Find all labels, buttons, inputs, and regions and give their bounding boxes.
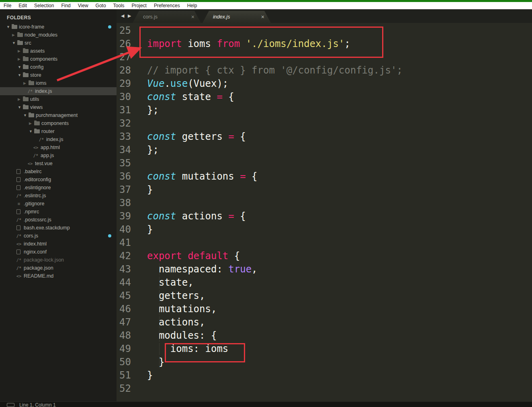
tab-index-js[interactable]: index.js× (203, 11, 271, 23)
code-text: } (147, 183, 153, 196)
line-number: 33 (117, 130, 147, 143)
menu-item-view[interactable]: View (74, 2, 92, 9)
chevron-down-icon[interactable]: ▼ (6, 25, 12, 29)
tab-bar: ◀ ▶ cors.js×index.js× (117, 9, 532, 23)
sidebar-item-cors-js[interactable]: /*cors.js (0, 232, 117, 240)
code-line[interactable]: 38 (117, 196, 532, 210)
chevron-right-icon[interactable]: ▶ (18, 49, 23, 53)
chevron-down-icon[interactable]: ▼ (18, 65, 23, 69)
code-line[interactable]: 46 mutations, (117, 303, 532, 316)
folder-icon (29, 113, 34, 117)
sidebar-item--babelrc[interactable]: .babelrc (0, 168, 117, 176)
code-line[interactable]: 31}; (117, 104, 532, 117)
code-token: . (164, 78, 170, 89)
folder-icon (23, 105, 29, 109)
code-text: getters, (147, 289, 205, 303)
sidebar-item-test-vue[interactable]: <>test.vue (0, 160, 117, 168)
code-token: } (147, 370, 153, 381)
code-line[interactable]: 29Vue.use(Vuex); (117, 77, 532, 90)
sidebar-item-package-lock-json[interactable]: /*package-lock.json (0, 256, 117, 264)
sidebar-item-router[interactable]: ▼router (0, 127, 117, 135)
code-line[interactable]: 43 namespaced: true, (117, 263, 532, 276)
tab-cors-js[interactable]: cors.js× (133, 11, 201, 23)
sidebar-item-views[interactable]: ▼views (0, 103, 117, 111)
sidebar-item--npmrc[interactable]: .npmrc (0, 208, 117, 216)
sidebar-item-nginx-conf[interactable]: nginx.conf (0, 248, 117, 256)
chevron-down-icon[interactable]: ▼ (18, 73, 23, 77)
sidebar-item--eslintignore[interactable]: .eslintignore (0, 184, 117, 192)
sidebar-item--eslintrc-js[interactable]: /*.eslintrc.js (0, 192, 117, 200)
chevron-right-icon[interactable]: ▶ (18, 97, 23, 101)
chevron-down-icon[interactable]: ▼ (29, 129, 34, 133)
sidebar-item-readme-md[interactable]: <>README.md (0, 272, 117, 280)
code-line[interactable]: 52 (117, 382, 532, 395)
chevron-right-icon[interactable]: ▶ (23, 81, 29, 85)
code-token: mutations (176, 171, 240, 182)
sidebar-item-package-json[interactable]: /*package.json (0, 264, 117, 272)
sidebar-item--postcssrc-js[interactable]: /*.postcssrc.js (0, 216, 117, 224)
code-line[interactable]: 41 (117, 236, 532, 250)
indent-guide (159, 290, 160, 302)
indent-guide (159, 330, 160, 342)
tab-scroll-left-icon[interactable]: ◀ (121, 13, 124, 18)
code-line[interactable]: 36const mutations = { (117, 170, 532, 183)
code-line[interactable]: 32 (117, 117, 532, 130)
sidebar-item-app-html[interactable]: <>app.html (0, 143, 117, 151)
code-token: true (228, 264, 252, 275)
document-file-icon (16, 177, 20, 182)
sidebar-item-bash-exe-stackdump[interactable]: bash.exe.stackdump (0, 224, 117, 232)
code-text: mutations, (147, 303, 217, 316)
sidebar-item-components[interactable]: ▶components (0, 119, 117, 127)
tab-close-icon[interactable]: × (261, 14, 264, 20)
code-line[interactable]: 47 actions, (117, 316, 532, 329)
sidebar-item-node-modules[interactable]: ▶node_modules (0, 31, 117, 39)
line-number: 38 (117, 196, 147, 210)
code-text: state, (147, 276, 194, 289)
menu-item-tools[interactable]: Tools (110, 2, 128, 9)
code-line[interactable]: 37} (117, 183, 532, 196)
sidebar-item--editorconfig[interactable]: .editorconfig (0, 176, 117, 184)
code-line[interactable]: 45 getters, (117, 289, 532, 303)
sidebar-item-index-js[interactable]: /*index.js (0, 87, 117, 95)
sidebar-item-app-js[interactable]: /*app.js (0, 151, 117, 160)
code-line[interactable]: 44 state, (117, 276, 532, 289)
chevron-right-icon[interactable]: ▶ (18, 57, 23, 61)
sidebar-item-purchmanagement[interactable]: ▼purchmanagement (0, 111, 117, 119)
menu-item-find[interactable]: Find (57, 2, 74, 9)
code-text: // import { ctx } from '@/config/config.… (147, 64, 403, 77)
sidebar-item-utils[interactable]: ▶utils (0, 95, 117, 103)
chevron-right-icon[interactable]: ▶ (12, 33, 17, 37)
code-line[interactable]: 33const getters = { (117, 130, 532, 143)
menu-item-selection[interactable]: Selection (31, 2, 57, 9)
tab-scroll-right-icon[interactable]: ▶ (128, 13, 131, 18)
code-line[interactable]: 51} (117, 369, 532, 382)
code-line[interactable]: 42export default { (117, 250, 532, 263)
code-token: // import { ctx } from '@/config/config.… (147, 65, 403, 76)
code-line[interactable]: 28// import { ctx } from '@/config/confi… (117, 64, 532, 77)
chevron-down-icon[interactable]: ▼ (18, 105, 23, 109)
code-line[interactable]: 39const actions = { (117, 210, 532, 223)
sidebar-item-index-js[interactable]: /*index.js (0, 135, 117, 143)
code-text: } (147, 356, 164, 369)
code-line[interactable]: 48 modules: { (117, 329, 532, 342)
chevron-down-icon[interactable]: ▼ (23, 113, 29, 117)
menu-item-file[interactable]: File (0, 2, 15, 9)
menu-item-preferences[interactable]: Preferences (150, 2, 184, 9)
code-line[interactable]: 40} (117, 223, 532, 236)
code-line[interactable]: 34}; (117, 143, 532, 157)
sidebar-item-icore-frame[interactable]: ▼icore-frame (0, 23, 117, 31)
tab-close-icon[interactable]: × (191, 14, 194, 20)
menu-item-project[interactable]: Project (128, 2, 150, 9)
chevron-down-icon[interactable]: ▼ (12, 41, 17, 45)
tabs-container: cors.js×index.js× (133, 11, 272, 23)
code-line[interactable]: 35 (117, 157, 532, 170)
code-token: { (223, 91, 234, 102)
menu-item-edit[interactable]: Edit (15, 2, 31, 9)
menu-item-help[interactable]: Help (184, 2, 201, 9)
sidebar-item-index-html[interactable]: <>index.html (0, 240, 117, 248)
sidebar-item--gitignore[interactable]: ≡.gitignore (0, 200, 117, 208)
menu-item-goto[interactable]: Goto (92, 2, 110, 9)
code-line[interactable]: 30const state = { (117, 90, 532, 104)
chevron-right-icon[interactable]: ▶ (29, 121, 34, 125)
line-number: 34 (117, 143, 147, 157)
